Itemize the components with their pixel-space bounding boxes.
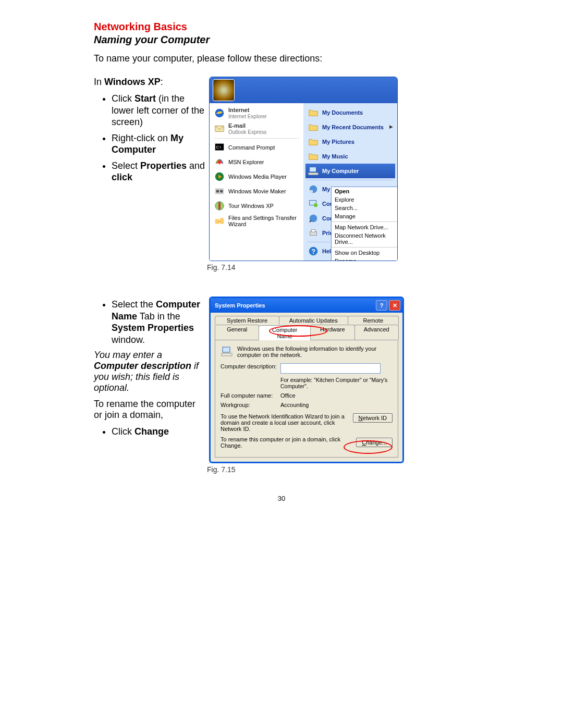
workgroup-value: Accounting — [280, 402, 309, 408]
computer-description-input[interactable] — [280, 363, 381, 374]
step-select-computer-name-tab: Select the Computer Name Tab in the Syst… — [112, 299, 206, 346]
context-menu: Open Explore Search... Manage Map Networ… — [331, 187, 398, 261]
ctx-rename[interactable]: Rename — [332, 257, 398, 261]
network-icon — [308, 183, 319, 195]
ctx-disconnect-drive[interactable]: Disconnect Network Drive... — [332, 231, 398, 246]
svg-rect-14 — [309, 173, 318, 175]
tab-computer-name[interactable]: Computer Name — [259, 325, 311, 340]
tab-system-restore[interactable]: System Restore — [215, 316, 279, 325]
start-item-mypics[interactable]: My Pictures — [305, 134, 395, 149]
step-click-start: Click Start (in the lower left corner of… — [112, 93, 206, 128]
ctx-explore[interactable]: Explore — [332, 195, 398, 204]
wmp-icon — [214, 171, 225, 182]
moviemaker-icon — [214, 186, 225, 197]
msn-icon — [214, 156, 225, 168]
transfer-icon — [214, 215, 225, 227]
printer-icon — [308, 227, 319, 239]
folder-icon — [308, 121, 319, 133]
connect-icon — [308, 213, 319, 224]
svg-rect-12 — [220, 218, 224, 224]
tab-general[interactable]: General — [215, 325, 259, 340]
start-menu: InternetInternet Explorer E-mailOutlook … — [209, 77, 398, 261]
start-item-wmm[interactable]: Windows Movie Maker — [212, 184, 301, 199]
submenu-arrow-icon: ▶ — [389, 125, 393, 130]
start-item-msn[interactable]: MSN Explorer — [212, 155, 301, 169]
help-icon: ? — [308, 245, 319, 257]
figure-7-14: InternetInternet Explorer E-mailOutlook … — [206, 77, 398, 272]
step-right-click-mycomputer: Right-click on My Computer — [112, 132, 206, 156]
tab-advanced[interactable]: Advanced — [354, 325, 399, 340]
start-item-cmd[interactable]: C:\ Command Prompt — [212, 140, 301, 155]
svg-point-18 — [314, 203, 317, 207]
start-item-mydocs[interactable]: My Documents — [305, 105, 395, 120]
svg-text:?: ? — [311, 248, 315, 255]
figure-7-15: System Properties ? ✕ System Restore Aut… — [206, 297, 404, 474]
svg-rect-21 — [311, 230, 315, 232]
ctx-search[interactable]: Search... — [332, 204, 398, 212]
optional-note: You may enter a Computer description if … — [94, 350, 206, 393]
figure-caption-7-15: Fig. 7.15 — [207, 465, 404, 474]
controlpanel-icon — [308, 198, 319, 209]
page-number: 30 — [94, 495, 469, 502]
full-computer-name-label: Full computer name: — [221, 392, 280, 399]
svg-point-7 — [216, 190, 219, 193]
intro-text: To name your computer, please follow the… — [94, 53, 469, 64]
rename-text: To rename the computer or join a domain, — [94, 399, 206, 421]
start-item-mycomputer[interactable]: My Computer — [305, 164, 395, 178]
tab-remote[interactable]: Remote — [348, 316, 399, 325]
tour-icon — [214, 200, 225, 212]
ctx-show-desktop[interactable]: Show on Desktop — [332, 249, 398, 257]
start-item-recent[interactable]: My Recent Documents▶ — [305, 120, 395, 134]
ctx-open[interactable]: Open — [332, 187, 398, 195]
ie-icon — [214, 107, 225, 119]
tab-automatic-updates[interactable]: Automatic Updates — [279, 316, 348, 325]
user-avatar-icon — [213, 79, 235, 101]
start-item-internet[interactable]: InternetInternet Explorer — [212, 105, 301, 121]
folder-icon — [308, 107, 319, 118]
titlebar-close-button[interactable]: ✕ — [389, 300, 400, 311]
email-icon — [214, 123, 225, 134]
computer-description-label: Computer description: — [221, 363, 280, 369]
computer-icon — [308, 165, 319, 177]
start-item-tour[interactable]: Tour Windows XP — [212, 199, 301, 213]
ctx-map-drive[interactable]: Map Network Drive... — [332, 223, 398, 231]
step-select-properties: Select Properties and click — [112, 160, 206, 183]
start-item-mymusic[interactable]: My Music — [305, 149, 395, 164]
step-click-change: Click Change — [112, 426, 206, 438]
svg-rect-13 — [310, 167, 316, 172]
svg-rect-11 — [215, 219, 219, 224]
start-item-fast[interactable]: Files and Settings Transfer Wizard — [212, 213, 301, 229]
svg-rect-26 — [223, 347, 230, 352]
start-item-email[interactable]: E-mailOutlook Express — [212, 121, 301, 137]
cmd-icon: C:\ — [214, 142, 225, 153]
full-computer-name-value: Office — [280, 392, 296, 399]
network-id-button[interactable]: Network ID — [353, 413, 393, 423]
figure-caption-7-14: Fig. 7.14 — [207, 263, 398, 272]
computer-network-icon — [221, 346, 233, 358]
start-menu-header — [210, 77, 397, 103]
tab-hardware[interactable]: Hardware — [310, 325, 354, 340]
ctx-manage[interactable]: Manage — [332, 212, 398, 220]
os-label: In Windows XP: — [94, 77, 206, 88]
titlebar-help-button[interactable]: ? — [376, 300, 387, 311]
folder-icon — [308, 151, 319, 162]
change-button[interactable]: Change... — [356, 438, 393, 447]
section-heading: Networking Basics — [94, 21, 469, 33]
svg-rect-27 — [222, 353, 232, 356]
instructions-col-1: In Windows XP: Click Start (in the lower… — [94, 77, 206, 272]
svg-rect-10 — [218, 202, 221, 210]
svg-rect-16 — [310, 190, 313, 193]
subsection-heading: Naming your Computer — [94, 34, 469, 46]
system-properties-dialog: System Properties ? ✕ System Restore Aut… — [209, 297, 404, 463]
svg-text:C:\: C:\ — [216, 145, 222, 150]
dialog-titlebar: System Properties ? ✕ — [211, 298, 402, 313]
dialog-body: Windows uses the following information t… — [215, 340, 398, 458]
instructions-col-2: Select the Computer Name Tab in the Syst… — [94, 297, 206, 474]
svg-point-8 — [220, 190, 223, 193]
workgroup-label: Workgroup: — [221, 402, 280, 408]
start-item-wmp[interactable]: Windows Media Player — [212, 169, 301, 184]
folder-icon — [308, 136, 319, 147]
